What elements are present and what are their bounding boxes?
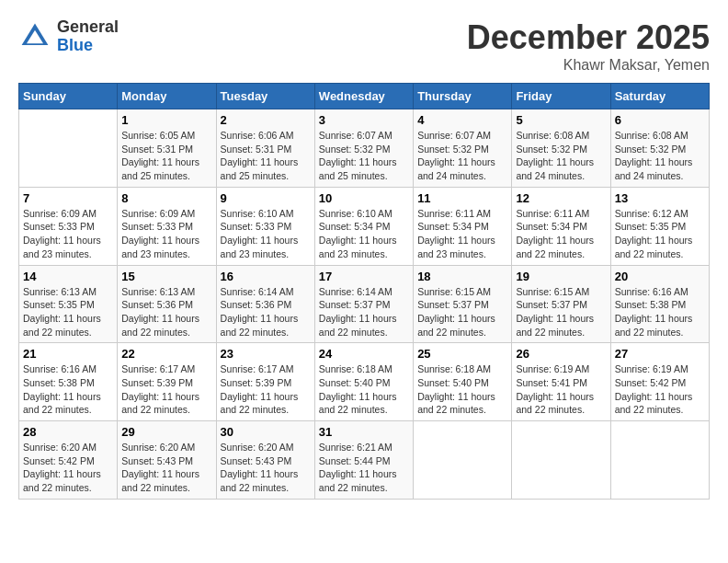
- day-number: 15: [121, 270, 211, 283]
- calendar-cell: 24Sunrise: 6:18 AMSunset: 5:40 PMDayligh…: [314, 343, 413, 421]
- day-info: Sunrise: 6:12 AMSunset: 5:35 PMDaylight:…: [615, 207, 705, 261]
- logo-text: General Blue: [57, 18, 119, 55]
- day-number: 26: [516, 347, 606, 361]
- calendar-cell: 5Sunrise: 6:08 AMSunset: 5:32 PMDaylight…: [512, 109, 610, 188]
- calendar-week-2: 7Sunrise: 6:09 AMSunset: 5:33 PMDaylight…: [19, 187, 710, 265]
- calendar-cell: 27Sunrise: 6:19 AMSunset: 5:42 PMDayligh…: [610, 343, 709, 421]
- day-number: 2: [221, 113, 311, 127]
- day-info: Sunrise: 6:11 AMSunset: 5:34 PMDaylight:…: [417, 207, 507, 261]
- location: Khawr Maksar, Yemen: [467, 57, 710, 74]
- calendar-cell: 8Sunrise: 6:09 AMSunset: 5:33 PMDaylight…: [118, 187, 216, 265]
- day-info: Sunrise: 6:20 AMSunset: 5:43 PMDaylight:…: [121, 441, 211, 495]
- calendar-cell: [610, 421, 709, 500]
- calendar-cell: 28Sunrise: 6:20 AMSunset: 5:42 PMDayligh…: [19, 421, 118, 500]
- calendar-cell: [512, 421, 610, 500]
- calendar-cell: 6Sunrise: 6:08 AMSunset: 5:32 PMDaylight…: [610, 109, 709, 188]
- logo-general: General: [57, 17, 119, 36]
- day-number: 7: [23, 191, 113, 205]
- day-info: Sunrise: 6:13 AMSunset: 5:36 PMDaylight:…: [121, 285, 211, 339]
- calendar-cell: 29Sunrise: 6:20 AMSunset: 5:43 PMDayligh…: [118, 421, 216, 500]
- calendar-cell: 30Sunrise: 6:20 AMSunset: 5:43 PMDayligh…: [216, 421, 314, 500]
- day-info: Sunrise: 6:19 AMSunset: 5:42 PMDaylight:…: [615, 362, 705, 417]
- day-info: Sunrise: 6:08 AMSunset: 5:32 PMDaylight:…: [615, 129, 705, 183]
- day-info: Sunrise: 6:06 AMSunset: 5:31 PMDaylight:…: [221, 129, 311, 183]
- day-info: Sunrise: 6:10 AMSunset: 5:33 PMDaylight:…: [221, 207, 311, 261]
- title-block: December 2025 Khawr Maksar, Yemen: [467, 18, 710, 74]
- day-number: 30: [221, 425, 311, 439]
- month-title: December 2025: [467, 18, 710, 57]
- calendar-week-4: 21Sunrise: 6:16 AMSunset: 5:38 PMDayligh…: [19, 343, 710, 421]
- day-info: Sunrise: 6:13 AMSunset: 5:35 PMDaylight:…: [23, 285, 113, 339]
- logo-blue: Blue: [57, 36, 93, 54]
- calendar-cell: 18Sunrise: 6:15 AMSunset: 5:37 PMDayligh…: [414, 265, 512, 343]
- day-info: Sunrise: 6:20 AMSunset: 5:43 PMDaylight:…: [221, 441, 311, 495]
- calendar-cell: 12Sunrise: 6:11 AMSunset: 5:34 PMDayligh…: [512, 187, 610, 265]
- calendar-cell: 7Sunrise: 6:09 AMSunset: 5:33 PMDaylight…: [19, 187, 118, 265]
- day-number: 28: [23, 425, 113, 439]
- calendar-cell: 26Sunrise: 6:19 AMSunset: 5:41 PMDayligh…: [512, 343, 610, 421]
- day-info: Sunrise: 6:09 AMSunset: 5:33 PMDaylight:…: [23, 207, 113, 261]
- calendar-cell: 23Sunrise: 6:17 AMSunset: 5:39 PMDayligh…: [216, 343, 314, 421]
- day-number: 27: [615, 347, 705, 361]
- day-number: 25: [417, 347, 507, 361]
- col-header-wednesday: Wednesday: [314, 84, 413, 109]
- day-number: 11: [417, 191, 507, 205]
- day-info: Sunrise: 6:18 AMSunset: 5:40 PMDaylight:…: [417, 362, 507, 417]
- day-number: 21: [23, 347, 113, 361]
- day-info: Sunrise: 6:11 AMSunset: 5:34 PMDaylight:…: [516, 207, 606, 261]
- day-number: 6: [615, 113, 705, 127]
- day-number: 20: [615, 270, 705, 283]
- calendar-cell: 22Sunrise: 6:17 AMSunset: 5:39 PMDayligh…: [118, 343, 216, 421]
- col-header-friday: Friday: [512, 84, 610, 109]
- day-info: Sunrise: 6:16 AMSunset: 5:38 PMDaylight:…: [23, 362, 113, 417]
- logo-icon: [18, 20, 51, 53]
- day-info: Sunrise: 6:18 AMSunset: 5:40 PMDaylight:…: [319, 362, 409, 417]
- logo: General Blue: [18, 18, 119, 55]
- day-number: 3: [319, 113, 409, 127]
- day-info: Sunrise: 6:17 AMSunset: 5:39 PMDaylight:…: [221, 362, 311, 417]
- col-header-thursday: Thursday: [414, 84, 512, 109]
- day-number: 12: [516, 191, 606, 205]
- calendar-cell: [414, 421, 512, 500]
- page-header: General Blue December 2025 Khawr Maksar,…: [18, 18, 710, 74]
- calendar-cell: 2Sunrise: 6:06 AMSunset: 5:31 PMDaylight…: [216, 109, 314, 188]
- day-number: 14: [23, 270, 113, 283]
- day-info: Sunrise: 6:05 AMSunset: 5:31 PMDaylight:…: [121, 129, 211, 183]
- day-number: 22: [121, 347, 211, 361]
- day-number: 23: [221, 347, 311, 361]
- calendar-week-1: 1Sunrise: 6:05 AMSunset: 5:31 PMDaylight…: [19, 109, 710, 188]
- day-info: Sunrise: 6:20 AMSunset: 5:42 PMDaylight:…: [23, 441, 113, 495]
- day-info: Sunrise: 6:14 AMSunset: 5:36 PMDaylight:…: [221, 285, 311, 339]
- col-header-saturday: Saturday: [610, 84, 709, 109]
- day-info: Sunrise: 6:15 AMSunset: 5:37 PMDaylight:…: [417, 285, 507, 339]
- calendar-cell: 17Sunrise: 6:14 AMSunset: 5:37 PMDayligh…: [314, 265, 413, 343]
- day-info: Sunrise: 6:16 AMSunset: 5:38 PMDaylight:…: [615, 285, 705, 339]
- day-number: 5: [516, 113, 606, 127]
- day-number: 19: [516, 270, 606, 283]
- day-info: Sunrise: 6:09 AMSunset: 5:33 PMDaylight:…: [121, 207, 211, 261]
- day-info: Sunrise: 6:08 AMSunset: 5:32 PMDaylight:…: [516, 129, 606, 183]
- day-number: 18: [417, 270, 507, 283]
- calendar-cell: 4Sunrise: 6:07 AMSunset: 5:32 PMDaylight…: [414, 109, 512, 188]
- day-info: Sunrise: 6:19 AMSunset: 5:41 PMDaylight:…: [516, 362, 606, 417]
- day-info: Sunrise: 6:17 AMSunset: 5:39 PMDaylight:…: [121, 362, 211, 417]
- day-info: Sunrise: 6:14 AMSunset: 5:37 PMDaylight:…: [319, 285, 409, 339]
- day-info: Sunrise: 6:07 AMSunset: 5:32 PMDaylight:…: [417, 129, 507, 183]
- col-header-tuesday: Tuesday: [216, 84, 314, 109]
- calendar-week-3: 14Sunrise: 6:13 AMSunset: 5:35 PMDayligh…: [19, 265, 710, 343]
- day-number: 17: [319, 270, 409, 283]
- calendar-cell: 21Sunrise: 6:16 AMSunset: 5:38 PMDayligh…: [19, 343, 118, 421]
- day-number: 29: [121, 425, 211, 439]
- calendar-cell: 9Sunrise: 6:10 AMSunset: 5:33 PMDaylight…: [216, 187, 314, 265]
- calendar-cell: 20Sunrise: 6:16 AMSunset: 5:38 PMDayligh…: [610, 265, 709, 343]
- calendar-cell: [19, 109, 118, 188]
- calendar-cell: 3Sunrise: 6:07 AMSunset: 5:32 PMDaylight…: [314, 109, 413, 188]
- calendar-cell: 10Sunrise: 6:10 AMSunset: 5:34 PMDayligh…: [314, 187, 413, 265]
- day-number: 4: [417, 113, 507, 127]
- calendar-cell: 11Sunrise: 6:11 AMSunset: 5:34 PMDayligh…: [414, 187, 512, 265]
- day-number: 10: [319, 191, 409, 205]
- day-number: 16: [221, 270, 311, 283]
- col-header-monday: Monday: [118, 84, 216, 109]
- day-number: 8: [121, 191, 211, 205]
- day-number: 1: [121, 113, 211, 127]
